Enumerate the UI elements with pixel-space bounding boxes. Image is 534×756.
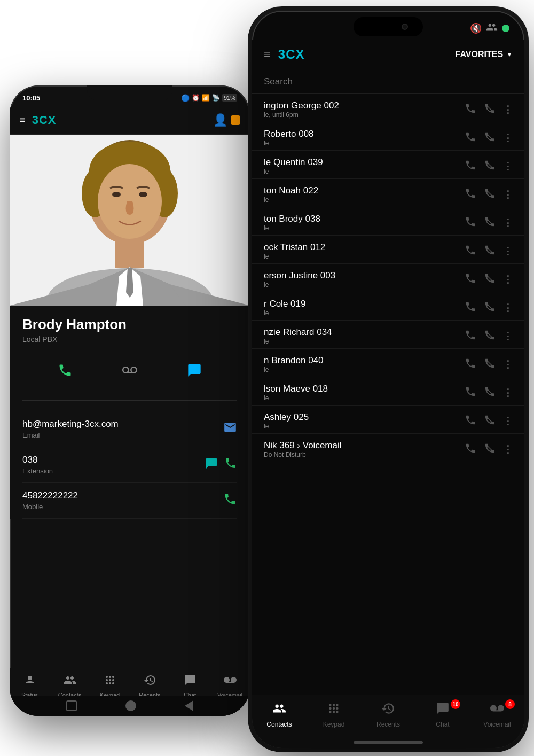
contact-row-status: le: [264, 168, 465, 175]
row-call-icon[interactable]: [465, 131, 476, 145]
row-video-icon[interactable]: [484, 159, 496, 174]
search-input[interactable]: [264, 76, 513, 87]
row-more-icon[interactable]: ⋮: [503, 217, 513, 229]
menu-icon[interactable]: ≡: [19, 114, 26, 126]
row-call-icon[interactable]: [465, 188, 476, 202]
row-call-icon[interactable]: [465, 357, 476, 372]
row-more-icon[interactable]: ⋮: [503, 443, 513, 455]
row-call-icon[interactable]: [465, 442, 476, 457]
row-call-icon[interactable]: [465, 329, 476, 344]
p2-nav-keypad[interactable]: Keypad: [307, 702, 361, 728]
contact-row-actions: ⋮: [465, 272, 513, 287]
row-video-icon[interactable]: [484, 103, 496, 117]
contact-row: le Quentin 039le⋮: [252, 151, 524, 179]
contact-row-status: Do Not Disturb: [264, 451, 465, 458]
call-action[interactable]: [51, 356, 79, 384]
row-more-icon[interactable]: ⋮: [503, 330, 513, 342]
mobile-call-icon[interactable]: [223, 492, 237, 509]
search-bar[interactable]: [252, 69, 524, 94]
row-more-icon[interactable]: ⋮: [503, 274, 513, 285]
contact-row-name: le Quentin 039: [264, 157, 465, 168]
nav-recents[interactable]: Recents: [130, 674, 170, 698]
home-btn[interactable]: [125, 700, 136, 711]
row-video-icon[interactable]: [484, 442, 496, 457]
p2-chat-icon: [436, 702, 450, 719]
menu-icon-iphone[interactable]: ≡: [264, 48, 271, 61]
row-call-icon[interactable]: [465, 301, 476, 315]
row-video-icon[interactable]: [484, 386, 496, 400]
recent-apps-btn[interactable]: [66, 700, 77, 711]
row-call-icon[interactable]: [465, 272, 476, 287]
contact-row-name: ton Noah 022: [264, 185, 465, 196]
row-call-icon[interactable]: [465, 159, 476, 174]
favorites-header[interactable]: FAVORITES ▼: [456, 50, 513, 59]
row-more-icon[interactable]: ⋮: [503, 245, 513, 257]
row-call-icon[interactable]: [465, 386, 476, 400]
mobile-field: 45822222222 Mobile: [22, 483, 237, 519]
chat-action[interactable]: [180, 356, 208, 384]
p2-nav-recents[interactable]: Recents: [361, 702, 415, 728]
contact-row-info: Ashley 025le: [264, 412, 465, 430]
row-video-icon[interactable]: [484, 414, 496, 428]
extension-call-icon[interactable]: [224, 457, 237, 473]
contact-row: nzie Richard 034le⋮: [252, 321, 524, 349]
row-more-icon[interactable]: ⋮: [503, 160, 513, 172]
svg-point-32: [329, 711, 331, 713]
contact-row-info: ton Brody 038le: [264, 214, 465, 232]
contact-row-status: le: [264, 281, 465, 289]
row-more-icon[interactable]: ⋮: [503, 387, 513, 399]
p2-chat-label: Chat: [436, 721, 449, 728]
p2-nav-chat[interactable]: 10 Chat: [415, 702, 470, 728]
contact-row-name: nzie Richard 034: [264, 327, 465, 338]
wifi-icon: 📡: [212, 94, 220, 102]
row-more-icon[interactable]: ⋮: [503, 302, 513, 314]
nav-voicemail[interactable]: Voicemail: [210, 674, 250, 698]
contact-row-name: Roberto 008: [264, 129, 465, 139]
row-video-icon[interactable]: [484, 357, 496, 372]
row-more-icon[interactable]: ⋮: [503, 104, 513, 115]
home-indicator[interactable]: [354, 741, 423, 744]
contact-row-status: le: [264, 253, 465, 260]
svg-point-33: [333, 711, 335, 713]
row-video-icon[interactable]: [484, 216, 496, 230]
row-call-icon[interactable]: [465, 244, 476, 259]
row-video-icon[interactable]: [484, 301, 496, 315]
svg-point-18: [109, 676, 111, 678]
voicemail-action[interactable]: [116, 356, 144, 384]
contacts-list: ington George 002le, until 6pm⋮Roberto 0…: [252, 94, 524, 695]
nav-chat[interactable]: Chat: [170, 674, 210, 698]
row-call-icon[interactable]: [465, 103, 476, 117]
contact-subtitle: Local PBX: [22, 335, 237, 344]
extension-chat-icon[interactable]: [205, 457, 218, 473]
row-video-icon[interactable]: [484, 244, 496, 259]
contact-row: ton Noah 022le⋮: [252, 179, 524, 207]
svg-point-23: [106, 682, 108, 684]
row-more-icon[interactable]: ⋮: [503, 358, 513, 370]
row-more-icon[interactable]: ⋮: [503, 415, 513, 427]
back-btn[interactable]: [185, 700, 193, 711]
p2-nav-voicemail[interactable]: 8 Voicemail: [470, 702, 524, 728]
contact-row-info: le Quentin 039le: [264, 157, 465, 175]
phone-iphone: 🔇 ≡ 3CX FAVORITES ▼ ington George 002le,…: [252, 11, 524, 748]
svg-point-21: [109, 679, 111, 681]
contact-row: Nik 369 › VoicemailDo Not Disturb⋮: [252, 434, 524, 462]
nav-keypad[interactable]: Keypad: [90, 674, 130, 698]
contact-row-info: nzie Richard 034le: [264, 327, 465, 345]
p2-contacts-icon: [272, 702, 286, 719]
row-video-icon[interactable]: [484, 329, 496, 344]
row-call-icon[interactable]: [465, 414, 476, 428]
nav-status[interactable]: Status: [10, 674, 50, 698]
row-call-icon[interactable]: [465, 216, 476, 230]
contact-row-status: le: [264, 394, 465, 402]
p2-nav-contacts[interactable]: Contacts: [252, 702, 307, 728]
contact-row: lson Maeve 018le⋮: [252, 377, 524, 406]
row-more-icon[interactable]: ⋮: [503, 132, 513, 144]
contact-row-actions: ⋮: [465, 442, 513, 457]
row-video-icon[interactable]: [484, 188, 496, 202]
email-icon[interactable]: [223, 420, 237, 438]
row-video-icon[interactable]: [484, 131, 496, 145]
row-video-icon[interactable]: [484, 272, 496, 287]
nav-contacts[interactable]: Contacts: [50, 674, 90, 698]
bluetooth-icon: 🔵: [181, 94, 190, 102]
row-more-icon[interactable]: ⋮: [503, 189, 513, 200]
